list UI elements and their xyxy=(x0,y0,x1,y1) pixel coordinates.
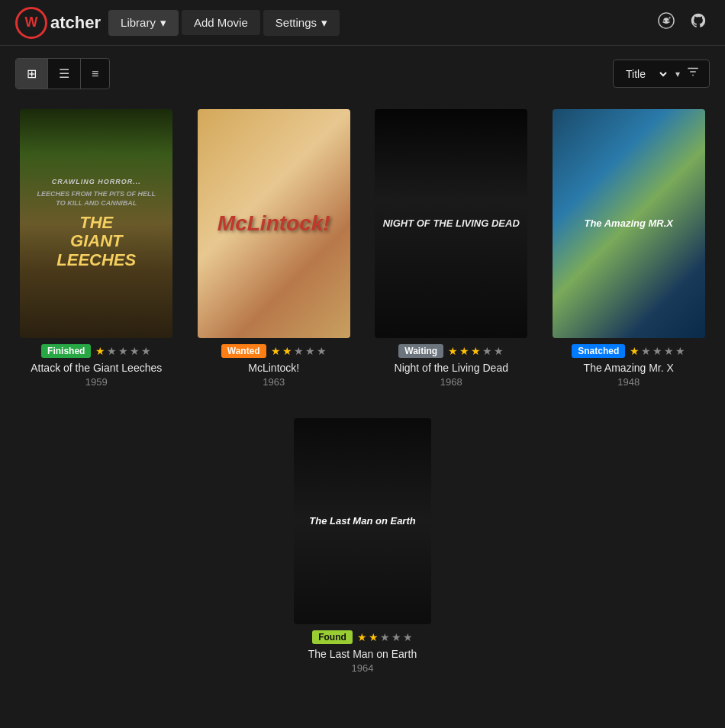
star-1: ★ xyxy=(448,345,458,357)
status-badge-last-man-earth: Found xyxy=(312,630,353,644)
star-4: ★ xyxy=(482,345,492,357)
movie-card-amazing-mr-x[interactable]: The Amazing MR.X Snatched ★★★★★ The Amaz… xyxy=(548,109,710,388)
star-1: ★ xyxy=(630,345,640,357)
badge-row-mclintock: Wanted ★★★★★ xyxy=(221,344,327,358)
movie-title-giant-leeches: Attack of the Giant Leeches xyxy=(31,361,162,375)
star-2: ★ xyxy=(369,631,379,643)
stars-last-man-earth: ★★★★★ xyxy=(357,631,413,643)
logo-w: W xyxy=(25,14,38,31)
star-1: ★ xyxy=(357,631,367,643)
star-5: ★ xyxy=(494,345,504,357)
sort-direction-button[interactable] xyxy=(686,65,700,82)
status-badge-amazing-mr-x: Snatched xyxy=(572,344,625,358)
movie-card-last-man-earth[interactable]: The Last Man on Earth Found ★★★★★ The La… xyxy=(294,418,431,674)
movie-year-amazing-mr-x: 1948 xyxy=(617,376,640,388)
list-icon: ☰ xyxy=(59,67,69,80)
nav-icons xyxy=(655,9,710,37)
movie-year-last-man-earth: 1964 xyxy=(352,662,374,674)
star-4: ★ xyxy=(305,345,315,357)
movie-year-mclintock: 1963 xyxy=(263,376,285,388)
sort-dropdown-icon: ▾ xyxy=(675,69,680,79)
sort-select[interactable]: Title Year Rating Status xyxy=(623,67,669,81)
movie-poster-night-living-dead: NIGHT OF THE LIVING DEAD xyxy=(375,109,527,338)
view-toggle-group: ⊞ ☰ ≡ xyxy=(15,58,110,89)
toolbar: ⊞ ☰ ≡ Title Year Rating Status ▾ xyxy=(0,46,725,101)
star-3: ★ xyxy=(652,345,662,357)
star-3: ★ xyxy=(118,345,128,357)
badge-row-amazing-mr-x: Snatched ★★★★★ xyxy=(572,344,685,358)
compact-icon: ≡ xyxy=(92,67,98,80)
status-badge-night-living-dead: Waiting xyxy=(398,344,443,358)
star-2: ★ xyxy=(282,345,292,357)
logo-circle: W xyxy=(15,7,47,39)
star-5: ★ xyxy=(403,631,413,643)
movie-poster-last-man-earth: The Last Man on Earth xyxy=(294,418,431,624)
poster-overlay-giant-leeches: CRAWLING HORROR... LEECHES FROM THE PITS… xyxy=(20,109,172,338)
poster-overlay-last-man-earth: The Last Man on Earth xyxy=(294,418,431,624)
star-3: ★ xyxy=(294,345,304,357)
stars-amazing-mr-x: ★★★★★ xyxy=(630,345,685,357)
star-2: ★ xyxy=(641,345,651,357)
svg-point-4 xyxy=(667,20,669,21)
nav-library[interactable]: Library ▾ xyxy=(108,10,179,36)
star-3: ★ xyxy=(380,631,390,643)
star-5: ★ xyxy=(675,345,685,357)
stars-mclintock: ★★★★★ xyxy=(271,345,327,357)
star-4: ★ xyxy=(392,631,401,643)
movie-title-amazing-mr-x: The Amazing Mr. X xyxy=(584,361,674,375)
movie-poster-mclintock: McLintock! xyxy=(198,109,350,338)
badge-row-giant-leeches: Finished ★★★★★ xyxy=(41,344,151,358)
nav-settings-label: Settings xyxy=(276,16,317,29)
nav-add-movie-label: Add Movie xyxy=(194,16,248,29)
grid-icon: ⊞ xyxy=(27,67,37,80)
movie-card-night-living-dead[interactable]: NIGHT OF THE LIVING DEAD Waiting ★★★★★ N… xyxy=(370,109,533,388)
movie-title-night-living-dead: Night of the Living Dead xyxy=(395,361,508,375)
logo-text: atcher xyxy=(50,13,101,33)
github-button[interactable] xyxy=(687,9,710,37)
star-3: ★ xyxy=(471,345,481,357)
poster-overlay-mclintock: McLintock! xyxy=(198,109,350,338)
star-5: ★ xyxy=(141,345,151,357)
star-4: ★ xyxy=(664,345,674,357)
svg-point-2 xyxy=(669,17,670,18)
poster-overlay-night-living-dead: NIGHT OF THE LIVING DEAD xyxy=(375,109,527,338)
movie-year-giant-leeches: 1959 xyxy=(85,376,108,388)
badge-row-night-living-dead: Waiting ★★★★★ xyxy=(398,344,504,358)
logo: W atcher xyxy=(15,7,101,39)
movie-grid: CRAWLING HORROR... LEECHES FROM THE PITS… xyxy=(0,101,725,411)
library-dropdown-icon: ▾ xyxy=(160,16,166,30)
reddit-button[interactable] xyxy=(655,9,678,37)
badge-row-last-man-earth: Found ★★★★★ xyxy=(312,630,413,644)
view-list-button[interactable]: ☰ xyxy=(48,59,81,89)
movie-card-giant-leeches[interactable]: CRAWLING HORROR... LEECHES FROM THE PITS… xyxy=(15,109,178,388)
nav-library-label: Library xyxy=(121,16,156,29)
view-grid-button[interactable]: ⊞ xyxy=(16,59,48,89)
movie-card-mclintock[interactable]: McLintock! Wanted ★★★★★ McLintock! 1963 xyxy=(193,109,356,388)
status-badge-giant-leeches: Finished xyxy=(41,344,91,358)
poster-overlay-amazing-mr-x: The Amazing MR.X xyxy=(553,109,705,338)
settings-dropdown-icon: ▾ xyxy=(321,16,327,30)
svg-point-3 xyxy=(664,20,665,21)
star-4: ★ xyxy=(130,345,140,357)
star-1: ★ xyxy=(95,345,105,357)
main-nav: Library ▾ Add Movie Settings ▾ xyxy=(108,10,655,36)
movie-year-night-living-dead: 1968 xyxy=(440,376,462,388)
stars-night-living-dead: ★★★★★ xyxy=(448,345,504,357)
header: W atcher Library ▾ Add Movie Settings ▾ xyxy=(0,0,725,46)
star-2: ★ xyxy=(459,345,469,357)
movie-grid-row2: The Last Man on Earth Found ★★★★★ The La… xyxy=(0,411,725,697)
star-1: ★ xyxy=(271,345,281,357)
movie-poster-giant-leeches: CRAWLING HORROR... LEECHES FROM THE PITS… xyxy=(20,109,172,338)
movie-poster-amazing-mr-x: The Amazing MR.X xyxy=(553,109,705,338)
star-2: ★ xyxy=(107,345,117,357)
nav-settings[interactable]: Settings ▾ xyxy=(263,10,340,36)
sort-area: Title Year Rating Status ▾ xyxy=(613,60,710,88)
star-5: ★ xyxy=(317,345,327,357)
status-badge-mclintock: Wanted xyxy=(221,344,266,358)
nav-add-movie[interactable]: Add Movie xyxy=(182,10,260,35)
stars-giant-leeches: ★★★★★ xyxy=(95,345,151,357)
view-compact-button[interactable]: ≡ xyxy=(81,59,109,89)
movie-title-last-man-earth: The Last Man on Earth xyxy=(308,647,417,661)
movie-title-mclintock: McLintock! xyxy=(248,361,299,375)
